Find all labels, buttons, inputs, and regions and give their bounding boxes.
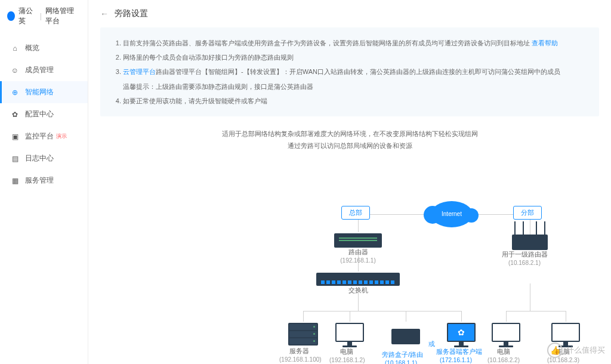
or-text: 或 [428, 340, 435, 348]
pc2-label: 电脑(10.168.2.2) [487, 347, 520, 364]
cloud-icon: Internet [431, 201, 473, 227]
router-label: 路由器(192.168.1.1) [334, 248, 382, 265]
home-icon: ⌂ [11, 44, 19, 53]
nav-monitor[interactable]: ▣监控平台演示 [0, 125, 88, 147]
page-title: 旁路设置 [115, 8, 148, 19]
nav-members[interactable]: ☺成员管理 [0, 59, 88, 81]
nav-logs[interactable]: ▤日志中心 [0, 147, 88, 169]
users-icon: ☺ [11, 66, 19, 75]
diagram-intro: 适用于总部网络结构复杂或部署难度大的网络环境，在不改变原网络结构下轻松实现组网 … [100, 128, 599, 152]
sidebar: 蒲公英 | 网络管理平台 ⌂概览 ☺成员管理 ⊕智能网络 ✿配置中心 ▣监控平台… [0, 0, 88, 364]
gear-icon: ✿ [11, 110, 19, 119]
switch-icon [316, 273, 400, 286]
branch-router-label: 用于一级路由器(10.168.2.1) [501, 250, 548, 267]
info-line-3: 云管理平台路由器管理平台【智能组网】-【转发设置】：开启WAN口入站路由转发，蒲… [123, 64, 587, 93]
branch-tag: 分部 [513, 206, 542, 220]
app-name-1: 蒲公英 [18, 6, 36, 26]
main-content: ← 旁路设置 目前支持蒲公英路由器、服务器端客户端或使用旁路盒子作为旁路设备，设… [88, 0, 611, 364]
nav-config[interactable]: ✿配置中心 [0, 103, 88, 125]
topology-diagram: 适用于总部网络结构复杂或部署难度大的网络环境，在不改变原网络结构下轻松实现组网 … [100, 128, 599, 364]
watermark: 👍 什么值得买 [547, 343, 605, 358]
router-icon [334, 233, 382, 248]
pc1-label: 电脑(192.168.1.2) [329, 347, 364, 364]
info-box: 目前支持蒲公英路由器、服务器端客户端或使用旁路盒子作为旁路设备，设置旁路后智能网… [100, 27, 599, 116]
app-name-2: 网络管理平台 [45, 6, 81, 26]
logo-area: 蒲公英 | 网络管理平台 [0, 0, 88, 32]
service-icon: ▦ [11, 177, 19, 185]
switch-label: 交换机 [316, 286, 400, 295]
info-line-2: 网络里的每个成员会自动添加好接口为旁路的静态路由规则 [123, 50, 587, 64]
nav-overview[interactable]: ⌂概览 [0, 37, 88, 59]
bypass-label: 旁路盒子/路由(10.168.1.1) [382, 350, 420, 364]
bypass-box-icon [391, 329, 420, 344]
back-arrow-icon[interactable]: ← [100, 9, 109, 18]
hq-tag: 总部 [341, 206, 370, 220]
nav-list: ⌂概览 ☺成员管理 ⊕智能网络 ✿配置中心 ▣监控平台演示 ▤日志中心 ▦服务管… [0, 32, 88, 192]
network-icon: ⊕ [11, 88, 19, 97]
logo-icon [7, 11, 15, 21]
badge-demo: 演示 [56, 132, 67, 140]
help-link[interactable]: 查看帮助 [532, 39, 558, 47]
nav-services[interactable]: ▦服务管理 [0, 169, 88, 192]
info-line-4: 如要正常使用该功能，请先升级智能硬件或客户端 [123, 94, 587, 108]
page-header: ← 旁路设置 [88, 0, 611, 27]
log-icon: ▤ [11, 155, 19, 163]
cloud-platform-link[interactable]: 云管理平台 [123, 68, 156, 75]
server-label: 服务器(192.168.1.100) [279, 347, 319, 364]
client-label: 服务器端客户端(172.16.1.1) [436, 347, 476, 364]
pc1-icon [335, 323, 364, 347]
wifi-router-icon [512, 235, 548, 250]
client-icon: ✿ [447, 323, 476, 347]
server-icon [288, 323, 318, 346]
nav-smart-network[interactable]: ⊕智能网络 [0, 81, 88, 103]
thumbs-up-icon: 👍 [547, 343, 563, 358]
info-line-1: 目前支持蒲公英路由器、服务器端客户端或使用旁路盒子作为旁路设备，设置旁路后智能网… [123, 36, 587, 50]
monitor-icon: ▣ [11, 132, 19, 141]
pc2-icon [492, 323, 520, 347]
